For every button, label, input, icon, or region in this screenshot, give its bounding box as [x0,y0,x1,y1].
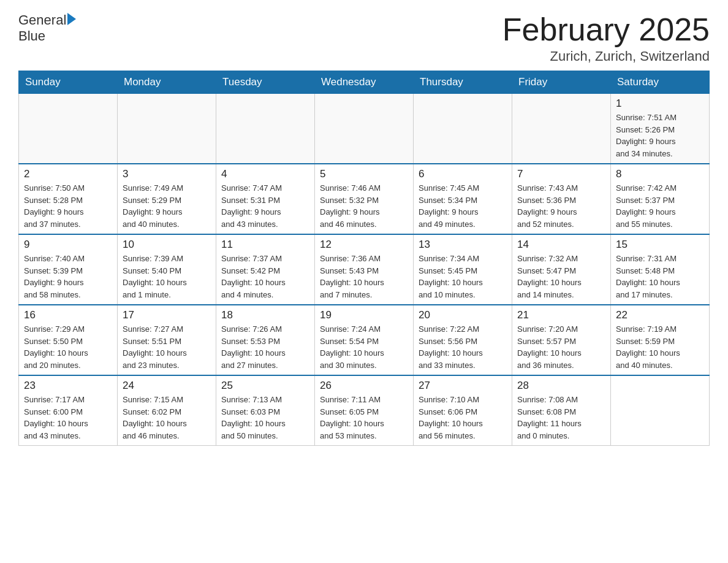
day-info: Sunrise: 7:22 AM Sunset: 5:56 PM Dayligh… [419,323,507,371]
cell-w0-d5 [512,94,611,164]
month-title: February 2025 [502,12,710,47]
cell-w2-d2: 11Sunrise: 7:37 AM Sunset: 5:42 PM Dayli… [216,234,315,305]
cell-w3-d0: 16Sunrise: 7:29 AM Sunset: 5:50 PM Dayli… [19,305,118,375]
cell-w3-d2: 18Sunrise: 7:26 AM Sunset: 5:53 PM Dayli… [216,305,315,375]
day-number: 8 [616,168,704,180]
week-row-1: 2Sunrise: 7:50 AM Sunset: 5:28 PM Daylig… [19,164,710,234]
cell-w1-d5: 7Sunrise: 7:43 AM Sunset: 5:36 PM Daylig… [512,164,611,234]
cell-w4-d2: 25Sunrise: 7:13 AM Sunset: 6:03 PM Dayli… [216,375,315,446]
cell-w2-d0: 9Sunrise: 7:40 AM Sunset: 5:39 PM Daylig… [19,234,118,305]
cell-w3-d4: 20Sunrise: 7:22 AM Sunset: 5:56 PM Dayli… [414,305,512,375]
day-number: 21 [517,309,605,321]
cell-w1-d0: 2Sunrise: 7:50 AM Sunset: 5:28 PM Daylig… [19,164,118,234]
day-number: 4 [221,168,309,180]
day-number: 7 [517,168,605,180]
day-info: Sunrise: 7:17 AM Sunset: 6:00 PM Dayligh… [24,394,112,442]
day-info: Sunrise: 7:20 AM Sunset: 5:57 PM Dayligh… [517,323,605,371]
cell-w3-d6: 22Sunrise: 7:19 AM Sunset: 5:59 PM Dayli… [611,305,710,375]
cell-w1-d4: 6Sunrise: 7:45 AM Sunset: 5:34 PM Daylig… [414,164,512,234]
day-info: Sunrise: 7:40 AM Sunset: 5:39 PM Dayligh… [24,253,112,301]
day-info: Sunrise: 7:19 AM Sunset: 5:59 PM Dayligh… [616,323,704,371]
day-number: 5 [320,168,408,180]
page-header: General Blue February 2025 Zurich, Zuric… [18,12,710,64]
day-number: 26 [320,380,408,392]
cell-w2-d5: 14Sunrise: 7:32 AM Sunset: 5:47 PM Dayli… [512,234,611,305]
calendar-header-row: Sunday Monday Tuesday Wednesday Thursday… [19,71,710,94]
day-number: 18 [221,309,309,321]
day-info: Sunrise: 7:51 AM Sunset: 5:26 PM Dayligh… [616,112,704,159]
day-info: Sunrise: 7:34 AM Sunset: 5:45 PM Dayligh… [419,253,507,301]
cell-w4-d1: 24Sunrise: 7:15 AM Sunset: 6:02 PM Dayli… [118,375,216,446]
cell-w0-d6: 1Sunrise: 7:51 AM Sunset: 5:26 PM Daylig… [611,94,710,164]
week-row-4: 23Sunrise: 7:17 AM Sunset: 6:00 PM Dayli… [19,375,710,446]
day-number: 16 [24,309,112,321]
cell-w1-d2: 4Sunrise: 7:47 AM Sunset: 5:31 PM Daylig… [216,164,315,234]
day-number: 6 [419,168,507,180]
cell-w3-d5: 21Sunrise: 7:20 AM Sunset: 5:57 PM Dayli… [512,305,611,375]
day-info: Sunrise: 7:15 AM Sunset: 6:02 PM Dayligh… [123,394,211,442]
day-number: 25 [221,380,309,392]
day-number: 10 [123,239,211,251]
day-info: Sunrise: 7:42 AM Sunset: 5:37 PM Dayligh… [616,182,704,230]
day-info: Sunrise: 7:32 AM Sunset: 5:47 PM Dayligh… [517,253,605,301]
location: Zurich, Zurich, Switzerland [502,48,710,64]
cell-w3-d1: 17Sunrise: 7:27 AM Sunset: 5:51 PM Dayli… [118,305,216,375]
cell-w4-d5: 28Sunrise: 7:08 AM Sunset: 6:08 PM Dayli… [512,375,611,446]
logo-triangle-icon [67,13,76,25]
logo-general: General [18,12,66,28]
day-info: Sunrise: 7:13 AM Sunset: 6:03 PM Dayligh… [221,394,309,442]
col-thursday: Thursday [414,71,512,94]
cell-w2-d3: 12Sunrise: 7:36 AM Sunset: 5:43 PM Dayli… [315,234,414,305]
calendar-table: Sunday Monday Tuesday Wednesday Thursday… [18,71,710,446]
day-number: 15 [616,239,704,251]
day-info: Sunrise: 7:11 AM Sunset: 6:05 PM Dayligh… [320,394,408,442]
day-number: 17 [123,309,211,321]
col-monday: Monday [118,71,216,94]
cell-w0-d2 [216,94,315,164]
cell-w0-d0 [19,94,118,164]
cell-w0-d1 [118,94,216,164]
day-info: Sunrise: 7:10 AM Sunset: 6:06 PM Dayligh… [419,394,507,442]
day-info: Sunrise: 7:46 AM Sunset: 5:32 PM Dayligh… [320,182,408,230]
cell-w0-d4 [414,94,512,164]
col-saturday: Saturday [611,71,710,94]
cell-w4-d6 [611,375,710,446]
day-info: Sunrise: 7:31 AM Sunset: 5:48 PM Dayligh… [616,253,704,301]
day-number: 1 [616,98,704,110]
day-info: Sunrise: 7:27 AM Sunset: 5:51 PM Dayligh… [123,323,211,371]
day-number: 9 [24,239,112,251]
col-wednesday: Wednesday [315,71,414,94]
cell-w0-d3 [315,94,414,164]
day-number: 22 [616,309,704,321]
day-number: 27 [419,380,507,392]
week-row-2: 9Sunrise: 7:40 AM Sunset: 5:39 PM Daylig… [19,234,710,305]
cell-w4-d3: 26Sunrise: 7:11 AM Sunset: 6:05 PM Dayli… [315,375,414,446]
day-number: 11 [221,239,309,251]
col-friday: Friday [512,71,611,94]
logo: General Blue [18,12,76,45]
day-info: Sunrise: 7:36 AM Sunset: 5:43 PM Dayligh… [320,253,408,301]
day-number: 28 [517,380,605,392]
cell-w2-d1: 10Sunrise: 7:39 AM Sunset: 5:40 PM Dayli… [118,234,216,305]
day-number: 2 [24,168,112,180]
day-info: Sunrise: 7:43 AM Sunset: 5:36 PM Dayligh… [517,182,605,230]
cell-w2-d4: 13Sunrise: 7:34 AM Sunset: 5:45 PM Dayli… [414,234,512,305]
logo-blue: Blue [18,28,45,44]
day-info: Sunrise: 7:26 AM Sunset: 5:53 PM Dayligh… [221,323,309,371]
day-info: Sunrise: 7:08 AM Sunset: 6:08 PM Dayligh… [517,394,605,442]
cell-w1-d1: 3Sunrise: 7:49 AM Sunset: 5:29 PM Daylig… [118,164,216,234]
cell-w1-d6: 8Sunrise: 7:42 AM Sunset: 5:37 PM Daylig… [611,164,710,234]
cell-w2-d6: 15Sunrise: 7:31 AM Sunset: 5:48 PM Dayli… [611,234,710,305]
day-info: Sunrise: 7:45 AM Sunset: 5:34 PM Dayligh… [419,182,507,230]
day-info: Sunrise: 7:24 AM Sunset: 5:54 PM Dayligh… [320,323,408,371]
day-info: Sunrise: 7:29 AM Sunset: 5:50 PM Dayligh… [24,323,112,371]
day-number: 14 [517,239,605,251]
title-block: February 2025 Zurich, Zurich, Switzerlan… [502,12,710,64]
day-info: Sunrise: 7:47 AM Sunset: 5:31 PM Dayligh… [221,182,309,230]
cell-w3-d3: 19Sunrise: 7:24 AM Sunset: 5:54 PM Dayli… [315,305,414,375]
col-sunday: Sunday [19,71,118,94]
day-number: 23 [24,380,112,392]
day-number: 20 [419,309,507,321]
day-info: Sunrise: 7:39 AM Sunset: 5:40 PM Dayligh… [123,253,211,301]
col-tuesday: Tuesday [216,71,315,94]
